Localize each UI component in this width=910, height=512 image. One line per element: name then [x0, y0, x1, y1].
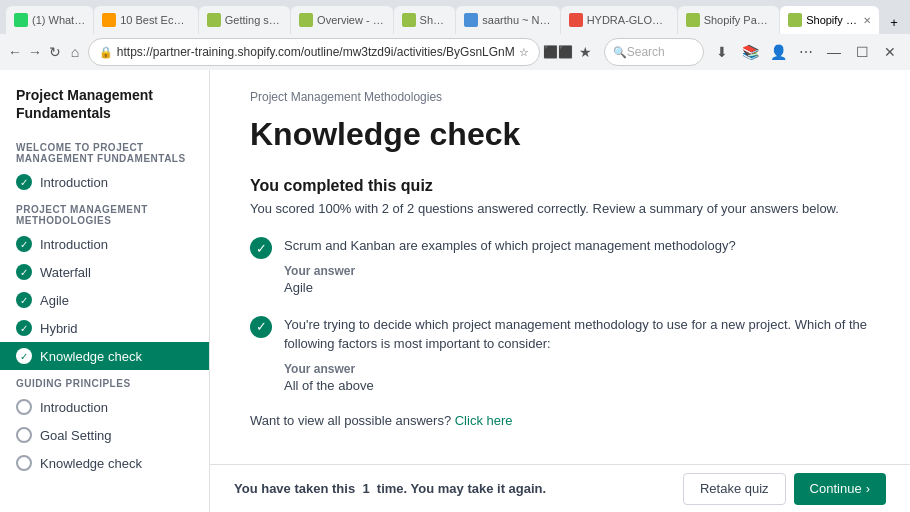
reload-button[interactable]: ↻	[48, 40, 62, 64]
sidebar-item-goal[interactable]: Goal Setting	[0, 421, 209, 449]
sidebar-item-label: Goal Setting	[40, 428, 112, 443]
tab-overview[interactable]: Overview - Sho...	[291, 6, 393, 34]
question-content-1: Scrum and Kanban are examples of which p…	[284, 236, 870, 295]
check-circle-icon	[16, 455, 32, 471]
tab-favicon	[464, 13, 478, 27]
sidebar-item-label: Introduction	[40, 400, 108, 415]
forward-button[interactable]: →	[28, 40, 42, 64]
sidebar-item-intro1[interactable]: ✓ Introduction	[0, 168, 209, 196]
search-placeholder: Search	[627, 45, 665, 59]
tab-whatsapp[interactable]: (1) WhatsApp	[6, 6, 93, 34]
bookmark-add-icon[interactable]: ★	[574, 40, 598, 64]
bottom-text-count: 1	[362, 481, 369, 496]
tab-saarthu[interactable]: saarthu ~ Navig...	[456, 6, 559, 34]
restore-button[interactable]: ☐	[850, 40, 874, 64]
sidebar-section-welcome: WELCOME TO PROJECT MANAGEMENT FUNDAMENTA…	[0, 134, 209, 168]
your-answer-label-1: Your answer	[284, 264, 870, 278]
app-container: Project Management Fundamentals WELCOME …	[0, 70, 910, 512]
sidebar-item-agile[interactable]: ✓ Agile	[0, 286, 209, 314]
search-icon: 🔍	[613, 46, 627, 59]
minimize-button[interactable]: —	[822, 40, 846, 64]
check-circle-icon	[16, 399, 32, 415]
sidebar-item-label: Waterfall	[40, 265, 91, 280]
sidebar-item-intro2[interactable]: ✓ Introduction	[0, 230, 209, 258]
address-bar-row: ← → ↻ ⌂ 🔒 https://partner-training.shopi…	[0, 34, 910, 70]
new-tab-button[interactable]: +	[884, 10, 904, 34]
sidebar-item-label: Knowledge check	[40, 456, 142, 471]
tab-bar: (1) WhatsApp 10 Best Ecomm... Getting st…	[0, 0, 910, 34]
main-content: Project Management Methodologies Knowled…	[210, 70, 910, 464]
sidebar-item-label: Knowledge check	[40, 349, 142, 364]
check-done-icon: ✓	[16, 236, 32, 252]
sidebar-item-intro3[interactable]: Introduction	[0, 393, 209, 421]
sidebar-item-knowledge1[interactable]: ✓ Knowledge check	[0, 342, 209, 370]
bottom-text-before: You have taken this	[234, 481, 355, 496]
browser-chrome: (1) WhatsApp 10 Best Ecomm... Getting st…	[0, 0, 910, 70]
tab-partner1[interactable]: Shopify Partner...	[678, 6, 780, 34]
tab-favicon	[402, 13, 416, 27]
collections-icon[interactable]: 📚	[738, 40, 762, 64]
question-content-2: You're trying to decide which project ma…	[284, 315, 870, 393]
profile-icon[interactable]: 👤	[766, 40, 790, 64]
tab-label: Overview - Sho...	[317, 14, 385, 26]
continue-label: Continue	[810, 481, 862, 496]
continue-button[interactable]: Continue ›	[794, 473, 886, 505]
extensions-icon[interactable]: ⬛⬛	[546, 40, 570, 64]
tab-favicon	[299, 13, 313, 27]
sidebar: Project Management Fundamentals WELCOME …	[0, 70, 210, 512]
possible-answers-section: Want to view all possible answers? Click…	[250, 413, 870, 428]
quiz-completed-section: You completed this quiz You scored 100% …	[250, 177, 870, 216]
retake-quiz-button[interactable]: Retake quiz	[683, 473, 786, 505]
address-bar[interactable]: 🔒 https://partner-training.shopify.com/o…	[88, 38, 540, 66]
tab-favicon	[14, 13, 28, 27]
tab-getting[interactable]: Getting started	[199, 6, 290, 34]
close-icon[interactable]: ✕	[863, 15, 871, 26]
close-button[interactable]: ✕	[878, 40, 902, 64]
sidebar-item-label: Introduction	[40, 237, 108, 252]
sidebar-item-waterfall[interactable]: ✓ Waterfall	[0, 258, 209, 286]
bottom-bar: You have taken this 1 time. You may take…	[210, 464, 910, 512]
home-button[interactable]: ⌂	[68, 40, 82, 64]
tab-label: Shopify Part...	[806, 14, 859, 26]
question-block-1: ✓ Scrum and Kanban are examples of which…	[250, 236, 870, 295]
tab-label: Getting started	[225, 14, 282, 26]
your-answer-label-2: Your answer	[284, 362, 870, 376]
check-done-icon: ✓	[16, 174, 32, 190]
download-icon[interactable]: ⬇	[710, 40, 734, 64]
click-here-link[interactable]: Click here	[455, 413, 513, 428]
check-done-icon: ✓	[16, 264, 32, 280]
sidebar-item-label: Introduction	[40, 175, 108, 190]
sidebar-item-label: Hybrid	[40, 321, 78, 336]
your-answer-value-2: All of the above	[284, 378, 870, 393]
quiz-score: You scored 100% with 2 of 2 questions an…	[250, 201, 870, 216]
tab-partner2-active[interactable]: Shopify Part... ✕	[780, 6, 879, 34]
question-block-2: ✓ You're trying to decide which project …	[250, 315, 870, 393]
tab-favicon	[569, 13, 583, 27]
check-circle-icon	[16, 427, 32, 443]
search-box[interactable]: 🔍 Search	[604, 38, 704, 66]
browser-action-buttons: ⬇ 📚 👤 ⋯ — ☐ ✕	[710, 40, 902, 64]
tab-label: HYDRA-GLOBAL -...	[587, 14, 669, 26]
page-title: Knowledge check	[250, 116, 870, 153]
chevron-right-icon: ›	[866, 481, 870, 496]
sidebar-item-hybrid[interactable]: ✓ Hybrid	[0, 314, 209, 342]
your-answer-value-1: Agile	[284, 280, 870, 295]
sidebar-item-knowledge2[interactable]: Knowledge check	[0, 449, 209, 477]
tab-favicon	[686, 13, 700, 27]
tab-shopify[interactable]: Shopify	[394, 6, 456, 34]
back-button[interactable]: ←	[8, 40, 22, 64]
tab-favicon	[207, 13, 221, 27]
breadcrumb: Project Management Methodologies	[250, 90, 870, 104]
settings-icon[interactable]: ⋯	[794, 40, 818, 64]
check-done-icon: ✓	[16, 348, 32, 364]
tab-label: saarthu ~ Navig...	[482, 14, 551, 26]
tab-label: Shopify	[420, 14, 448, 26]
question-check-icon-1: ✓	[250, 237, 272, 259]
sidebar-item-label: Agile	[40, 293, 69, 308]
tab-favicon	[788, 13, 802, 27]
sidebar-app-title: Project Management Fundamentals	[0, 82, 209, 134]
tab-hydra[interactable]: HYDRA-GLOBAL -...	[561, 6, 677, 34]
address-text: https://partner-training.shopify.com/out…	[117, 45, 515, 59]
tab-amazon[interactable]: 10 Best Ecomm...	[94, 6, 198, 34]
bookmark-icon[interactable]: ☆	[519, 46, 529, 59]
